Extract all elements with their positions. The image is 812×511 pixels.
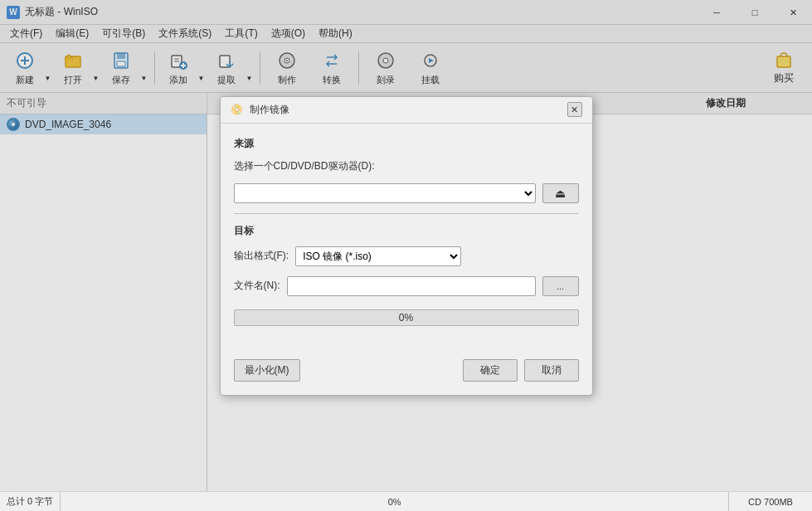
dialog-title: 制作镜像 (250, 103, 567, 117)
progress-text: 0% (399, 312, 413, 324)
drive-select-row: 选择一个CD/DVD/BD驱动器(D): (234, 159, 579, 173)
modal-overlay: 📀 制作镜像 ✕ 来源 选择一个CD/DVD/BD驱动器(D): ⏏ 目标 输出… (0, 0, 812, 491)
filename-label: 文件名(N): (234, 279, 280, 293)
format-row: 输出格式(F): ISO 镜像 (*.iso) BIN/CUE NRG MDF/… (234, 246, 579, 266)
dialog-close-button[interactable]: ✕ (567, 102, 582, 117)
minimize-dialog-button[interactable]: 最小化(M) (234, 359, 300, 382)
browse-button[interactable]: ... (542, 276, 579, 296)
status-left: 总计 0 字节 (0, 492, 61, 511)
status-right: CD 700MB (729, 497, 812, 507)
status-bar: 总计 0 字节 0% CD 700MB (0, 491, 812, 511)
cancel-button[interactable]: 取消 (524, 359, 579, 382)
drive-select[interactable] (234, 183, 536, 203)
status-center: 0% (61, 492, 729, 511)
dialog-icon: 📀 (231, 104, 243, 115)
dialog-footer: 最小化(M) 确定 取消 (221, 353, 592, 395)
format-select[interactable]: ISO 镜像 (*.iso) BIN/CUE NRG MDF/MDS (295, 246, 461, 266)
target-section-title: 目标 (234, 224, 579, 238)
drive-input-row: ⏏ (234, 183, 579, 203)
filename-row: 文件名(N): ... (234, 276, 579, 296)
progress-bar-container: 0% (234, 309, 579, 326)
dialog-titlebar: 📀 制作镜像 ✕ (221, 97, 592, 124)
format-label: 输出格式(F): (234, 249, 289, 263)
source-section-title: 来源 (234, 137, 579, 151)
dialog-content: 来源 选择一个CD/DVD/BD驱动器(D): ⏏ 目标 输出格式(F): IS… (221, 124, 592, 353)
section-divider (234, 213, 579, 214)
drive-label: 选择一个CD/DVD/BD驱动器(D): (234, 159, 375, 173)
filename-input[interactable] (287, 276, 536, 296)
dialog: 📀 制作镜像 ✕ 来源 选择一个CD/DVD/BD驱动器(D): ⏏ 目标 输出… (220, 96, 593, 396)
ok-button[interactable]: 确定 (463, 359, 518, 382)
footer-buttons: 确定 取消 (463, 359, 579, 382)
eject-button[interactable]: ⏏ (542, 183, 579, 203)
